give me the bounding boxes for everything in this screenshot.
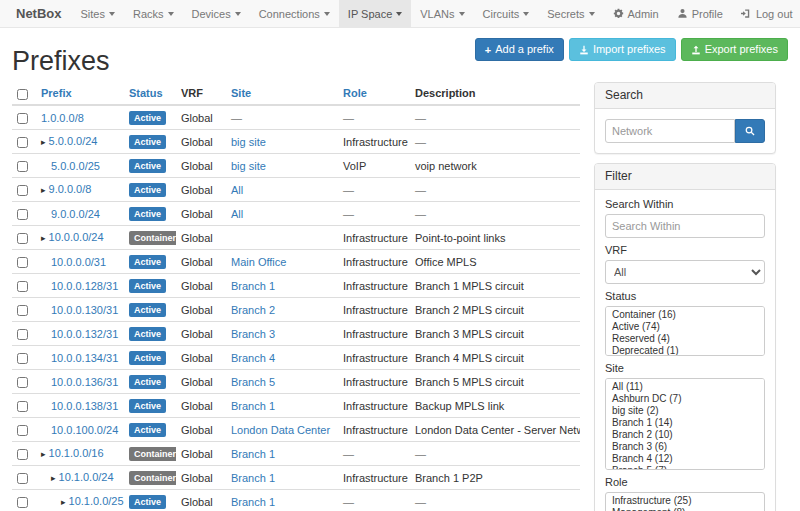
site-link[interactable]: Branch 1 bbox=[231, 448, 275, 460]
expand-row-icon[interactable]: ▸ bbox=[41, 233, 46, 243]
filter-option[interactable]: Active (74) bbox=[606, 321, 764, 333]
expand-row-icon[interactable]: ▸ bbox=[41, 449, 46, 459]
nav-item-vlans[interactable]: VLANs bbox=[411, 0, 473, 27]
nav-item-devices[interactable]: Devices bbox=[183, 0, 250, 27]
nav-item-logout[interactable]: Log out bbox=[732, 0, 800, 27]
checkbox-cell bbox=[12, 226, 36, 250]
prefix-link[interactable]: 10.0.100.0/24 bbox=[51, 424, 118, 436]
prefix-link[interactable]: 5.0.0.0/24 bbox=[49, 135, 98, 147]
nav-item-circuits[interactable]: Circuits bbox=[474, 0, 539, 27]
site-cell: Branch 1 bbox=[226, 274, 338, 298]
row-checkbox[interactable] bbox=[17, 449, 28, 460]
site-link[interactable]: Main Office bbox=[231, 256, 286, 268]
prefix-link[interactable]: 10.0.0.138/31 bbox=[51, 400, 118, 412]
prefix-link[interactable]: 10.0.0.134/31 bbox=[51, 352, 118, 364]
prefix-link[interactable]: 10.1.0.0/24 bbox=[59, 471, 114, 483]
nav-item-ip-space[interactable]: IP Space bbox=[339, 0, 411, 27]
search-within-input[interactable] bbox=[605, 214, 765, 238]
sort-status-header[interactable]: Status bbox=[129, 87, 163, 99]
sort-prefix-header[interactable]: Prefix bbox=[41, 87, 72, 99]
export-prefixes-button[interactable]: Export prefixes bbox=[681, 38, 788, 61]
import-prefixes-button[interactable]: Import prefixes bbox=[569, 38, 676, 61]
row-checkbox[interactable] bbox=[17, 353, 28, 364]
row-checkbox[interactable] bbox=[17, 425, 28, 436]
site-link[interactable]: big site bbox=[231, 136, 266, 148]
prefix-link[interactable]: 10.0.0.128/31 bbox=[51, 280, 118, 292]
expand-row-icon[interactable]: ▸ bbox=[61, 497, 66, 507]
expand-row-icon[interactable]: ▸ bbox=[41, 185, 46, 195]
filter-option[interactable]: Container (16) bbox=[606, 309, 764, 321]
vrf-select[interactable]: All bbox=[605, 260, 765, 284]
nav-item-secrets[interactable]: Secrets bbox=[538, 0, 603, 27]
site-link[interactable]: All bbox=[231, 208, 243, 220]
search-input[interactable] bbox=[605, 119, 735, 143]
site-link[interactable]: Branch 1 bbox=[231, 472, 275, 484]
prefix-link[interactable]: 10.0.0.132/31 bbox=[51, 328, 118, 340]
site-link[interactable]: London Data Center bbox=[231, 424, 330, 436]
site-link[interactable]: All bbox=[231, 184, 243, 196]
filter-option[interactable]: Ashburn DC (7) bbox=[606, 393, 764, 405]
row-checkbox[interactable] bbox=[17, 209, 28, 220]
filter-option[interactable]: Branch 1 (14) bbox=[606, 417, 764, 429]
site-link[interactable]: Branch 1 bbox=[231, 280, 275, 292]
nav-item-racks[interactable]: Racks bbox=[124, 0, 183, 27]
prefix-link[interactable]: 10.0.0.0/24 bbox=[49, 231, 104, 243]
sort-site-header[interactable]: Site bbox=[231, 87, 251, 99]
expand-row-icon[interactable]: ▸ bbox=[41, 137, 46, 147]
site-link[interactable]: Branch 1 bbox=[231, 400, 275, 412]
row-checkbox[interactable] bbox=[17, 137, 28, 148]
filter-option[interactable]: Deprecated (1) bbox=[606, 345, 764, 356]
row-checkbox[interactable] bbox=[17, 473, 28, 484]
filter-option[interactable]: Branch 2 (10) bbox=[606, 429, 764, 441]
filter-option[interactable]: big site (2) bbox=[606, 405, 764, 417]
site-cell: Branch 1 bbox=[226, 490, 338, 511]
select-all-checkbox[interactable] bbox=[17, 89, 28, 100]
search-button[interactable] bbox=[735, 119, 765, 143]
nav-item-admin[interactable]: Admin bbox=[604, 0, 668, 27]
row-checkbox[interactable] bbox=[17, 401, 28, 412]
site-link[interactable]: Branch 1 bbox=[231, 496, 275, 508]
site-link[interactable]: Branch 4 bbox=[231, 352, 275, 364]
row-checkbox[interactable] bbox=[17, 497, 28, 508]
expand-row-icon[interactable]: ▸ bbox=[51, 473, 56, 483]
prefix-link[interactable]: 10.0.0.130/31 bbox=[51, 304, 118, 316]
nav-item-profile[interactable]: Profile bbox=[668, 0, 732, 27]
row-checkbox[interactable] bbox=[17, 281, 28, 292]
add-prefix-button[interactable]: + Add a prefix bbox=[475, 38, 564, 61]
role-listbox[interactable]: Infrastructure (25)Management (8)Private… bbox=[605, 492, 765, 511]
filter-option[interactable]: Branch 5 (7) bbox=[606, 465, 764, 470]
filter-option[interactable]: Infrastructure (25) bbox=[606, 495, 764, 507]
row-checkbox[interactable] bbox=[17, 305, 28, 316]
prefix-link[interactable]: 10.1.0.0/25 bbox=[69, 495, 124, 507]
prefix-link[interactable]: 10.0.0.136/31 bbox=[51, 376, 118, 388]
prefix-link[interactable]: 5.0.0.0/25 bbox=[51, 160, 100, 172]
prefix-link[interactable]: 10.1.0.0/16 bbox=[49, 447, 104, 459]
site-link[interactable]: Branch 5 bbox=[231, 376, 275, 388]
prefix-link[interactable]: 10.0.0.0/31 bbox=[51, 256, 106, 268]
status-listbox[interactable]: Container (16)Active (74)Reserved (4)Dep… bbox=[605, 306, 765, 356]
row-checkbox[interactable] bbox=[17, 377, 28, 388]
prefix-link[interactable]: 1.0.0.0/8 bbox=[41, 112, 84, 124]
filter-option[interactable]: Management (8) bbox=[606, 507, 764, 511]
nav-item-sites[interactable]: Sites bbox=[72, 0, 124, 27]
status-badge: Active bbox=[129, 495, 166, 509]
filter-option[interactable]: Reserved (4) bbox=[606, 333, 764, 345]
row-checkbox[interactable] bbox=[17, 161, 28, 172]
prefix-link[interactable]: 9.0.0.0/24 bbox=[51, 208, 100, 220]
brand-link[interactable]: NetBox bbox=[6, 0, 72, 27]
prefix-link[interactable]: 9.0.0.0/8 bbox=[49, 183, 92, 195]
site-listbox[interactable]: All (11)Ashburn DC (7)big site (2)Branch… bbox=[605, 378, 765, 470]
site-link[interactable]: Branch 3 bbox=[231, 328, 275, 340]
row-checkbox[interactable] bbox=[17, 257, 28, 268]
row-checkbox[interactable] bbox=[17, 185, 28, 196]
site-link[interactable]: big site bbox=[231, 160, 266, 172]
nav-item-connections[interactable]: Connections bbox=[250, 0, 339, 27]
filter-option[interactable]: All (11) bbox=[606, 381, 764, 393]
row-checkbox[interactable] bbox=[17, 113, 28, 124]
filter-option[interactable]: Branch 3 (6) bbox=[606, 441, 764, 453]
filter-option[interactable]: Branch 4 (12) bbox=[606, 453, 764, 465]
row-checkbox[interactable] bbox=[17, 233, 28, 244]
sort-role-header[interactable]: Role bbox=[343, 87, 367, 99]
site-link[interactable]: Branch 2 bbox=[231, 304, 275, 316]
row-checkbox[interactable] bbox=[17, 329, 28, 340]
